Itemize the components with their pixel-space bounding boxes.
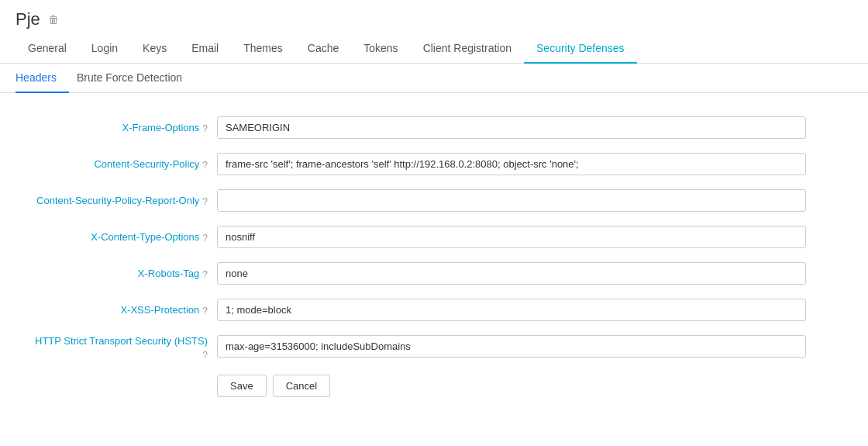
hsts-input[interactable] <box>217 335 806 358</box>
hsts-label: HTTP Strict Transport Security (HSTS) <box>35 335 208 347</box>
form-row-content-security-policy: Content-Security-Policy? <box>16 153 852 175</box>
label-text-x-frame-options: X-Frame-Options <box>122 122 200 133</box>
hsts-row: HTTP Strict Transport Security (HSTS) ? <box>16 335 852 361</box>
save-button[interactable]: Save <box>217 375 267 397</box>
label-x-content-type-options: X-Content-Type-Options? <box>16 226 217 244</box>
help-icon-content-security-policy-report-only[interactable]: ? <box>202 196 208 207</box>
input-x-frame-options[interactable] <box>217 116 806 139</box>
tab-security-defenses[interactable]: Security Defenses <box>524 34 637 64</box>
tab-email[interactable]: Email <box>179 34 231 64</box>
form-row-x-robots-tag: X-Robots-Tag? <box>16 262 852 285</box>
help-icon-x-frame-options[interactable]: ? <box>202 123 208 134</box>
help-icon-x-xss-protection[interactable]: ? <box>202 306 208 316</box>
subtab-brute-force-detection[interactable]: Brute Force Detection <box>77 64 195 93</box>
hsts-label-block: HTTP Strict Transport Security (HSTS) ? <box>16 335 217 361</box>
form-row-x-content-type-options: X-Content-Type-Options? <box>16 226 852 248</box>
help-icon-x-robots-tag[interactable]: ? <box>202 269 208 280</box>
form-row-content-security-policy-report-only: Content-Security-Policy-Report-Only? <box>16 189 852 212</box>
help-icon-content-security-policy[interactable]: ? <box>202 160 208 171</box>
form-row-x-xss-protection: X-XSS-Protection? <box>16 299 852 321</box>
input-x-content-type-options[interactable] <box>217 226 806 248</box>
tab-cache[interactable]: Cache <box>295 34 351 64</box>
label-content-security-policy-report-only: Content-Security-Policy-Report-Only? <box>16 189 217 207</box>
input-content-security-policy-report-only[interactable] <box>217 189 806 212</box>
hsts-help-icon[interactable]: ? <box>202 350 208 361</box>
label-x-xss-protection: X-XSS-Protection? <box>16 299 217 316</box>
tabs-bar: GeneralLoginKeysEmailThemesCacheTokensCl… <box>0 34 868 64</box>
label-text-x-xss-protection: X-XSS-Protection <box>120 304 199 316</box>
tab-client-registration[interactable]: Client Registration <box>411 34 524 64</box>
content-area: X-Frame-Options?Content-Security-Policy?… <box>0 109 868 413</box>
tab-themes[interactable]: Themes <box>231 34 295 64</box>
input-content-security-policy[interactable] <box>217 153 806 175</box>
app-header: Pje 🗑 <box>0 0 868 29</box>
trash-icon[interactable]: 🗑 <box>48 13 59 26</box>
app-title: Pje <box>16 9 40 29</box>
input-x-robots-tag[interactable] <box>217 262 806 285</box>
tab-tokens[interactable]: Tokens <box>351 34 410 64</box>
label-content-security-policy: Content-Security-Policy? <box>16 153 217 171</box>
tab-keys[interactable]: Keys <box>130 34 179 64</box>
label-text-content-security-policy-report-only: Content-Security-Policy-Report-Only <box>36 195 199 206</box>
tab-login[interactable]: Login <box>79 34 130 64</box>
subtab-headers[interactable]: Headers <box>16 64 69 93</box>
help-icon-x-content-type-options[interactable]: ? <box>202 233 208 244</box>
buttons-row: Save Cancel <box>217 375 852 397</box>
label-text-x-robots-tag: X-Robots-Tag <box>138 268 199 279</box>
form-row-x-frame-options: X-Frame-Options? <box>16 116 852 139</box>
label-x-frame-options: X-Frame-Options? <box>16 116 217 134</box>
label-text-x-content-type-options: X-Content-Type-Options <box>91 231 199 243</box>
label-x-robots-tag: X-Robots-Tag? <box>16 262 217 280</box>
subtabs-bar: HeadersBrute Force Detection <box>0 64 868 93</box>
tab-general[interactable]: General <box>16 34 79 64</box>
input-x-xss-protection[interactable] <box>217 299 806 321</box>
label-text-content-security-policy: Content-Security-Policy <box>94 158 199 170</box>
cancel-button[interactable]: Cancel <box>273 375 330 397</box>
